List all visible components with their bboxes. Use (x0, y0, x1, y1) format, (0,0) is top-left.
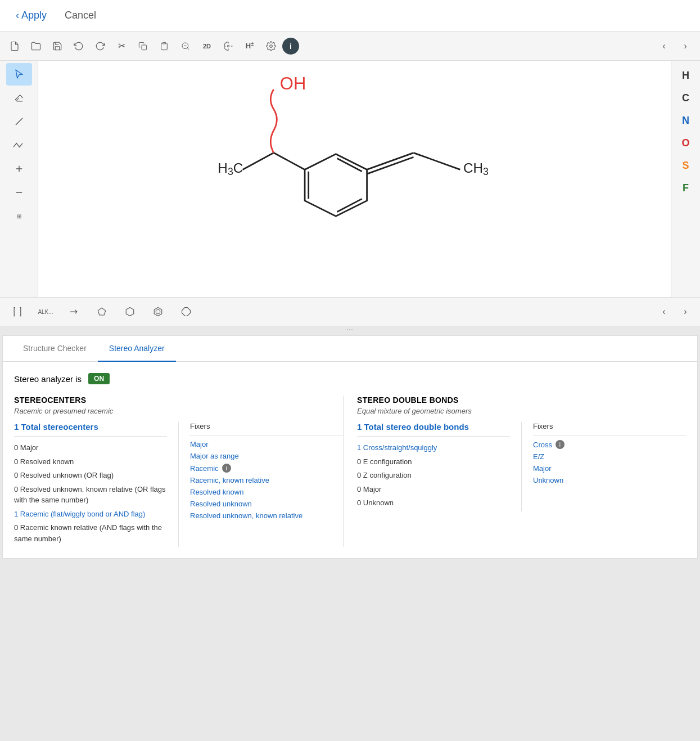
svg-line-19 (367, 153, 414, 170)
benzene-tool[interactable] (145, 300, 171, 323)
element-N-button[interactable]: N (675, 110, 697, 131)
undo-button[interactable] (69, 36, 89, 56)
select-tool[interactable] (6, 63, 32, 86)
fixer-ez[interactable]: E/Z (533, 452, 686, 461)
nav-left-button[interactable]: ‹ (654, 36, 674, 56)
minus-tool[interactable] (6, 181, 32, 204)
tab-stereo-analyzer[interactable]: Stereo Analyzer (98, 336, 176, 362)
total-stereo-double-bonds[interactable]: 1 Total stereo double bonds (357, 422, 510, 437)
fixer-racemic-known-relative[interactable]: Racemic, known relative (190, 476, 343, 484)
svg-text:OH: OH (280, 74, 306, 93)
svg-marker-25 (154, 308, 162, 316)
arrow-tool[interactable] (61, 300, 87, 323)
stereo-double-bonds-title: STEREO DOUBLE BONDS (357, 396, 686, 405)
pentagon-tool[interactable] (89, 300, 115, 323)
element-O-button[interactable]: O (675, 133, 697, 153)
svg-text:H3C: H3C (218, 160, 243, 177)
stat-major-db: 0 Major (357, 484, 510, 495)
stereo-double-bonds-fixers-label: Fixers (533, 422, 686, 435)
bottom-tools: ALK... ‹ › (0, 297, 700, 326)
apply-button[interactable]: ‹ Apply (7, 5, 56, 26)
bond-tool[interactable] (6, 110, 32, 133)
fixer-major-as-range[interactable]: Major as range (190, 452, 343, 460)
cancel-button[interactable]: Cancel (56, 5, 105, 26)
svg-point-6 (270, 44, 273, 47)
fixer-resolved-known[interactable]: Resolved known (190, 488, 343, 496)
bottom-nav-right[interactable]: › (675, 302, 696, 322)
hydrogen-button[interactable]: H± (240, 36, 260, 56)
left-tools: ⊞ (0, 61, 38, 297)
canvas-area[interactable]: H3C OH CH3 (38, 61, 671, 297)
right-element-panel: H C N O S F (671, 61, 700, 297)
copy-button[interactable] (133, 36, 153, 56)
cancel-label: Cancel (65, 10, 96, 21)
2d-button[interactable]: 2D (197, 36, 217, 56)
fixer-cross[interactable]: Cross i (533, 440, 686, 449)
redo-button[interactable] (90, 36, 110, 56)
bracket-tool[interactable] (4, 300, 30, 323)
stereo-toggle[interactable]: ON (88, 373, 110, 384)
new-file-button[interactable] (4, 36, 25, 56)
stereo-header: Stereo analyzer is ON (14, 373, 686, 384)
paste-button[interactable] (154, 36, 174, 56)
total-stereocenters[interactable]: 1 Total stereocenters (14, 422, 167, 437)
stat-e-config: 0 E configuration (357, 456, 510, 468)
chain-tool[interactable] (6, 134, 32, 156)
svg-line-20 (367, 157, 414, 174)
stereo-double-bonds-fixers: Fixers Cross i E/Z Major Unknown (522, 422, 686, 511)
element-F-button[interactable]: F (675, 178, 697, 198)
save-file-button[interactable] (47, 36, 67, 56)
stat-resolved-known: 0 Resolved known (14, 456, 167, 468)
fixer-resolved-unknown-known-relative[interactable]: Resolved unknown, known relative (190, 511, 343, 520)
svg-line-15 (274, 153, 305, 170)
hexagon-tool[interactable] (117, 300, 143, 323)
fixer-major-db[interactable]: Major (533, 464, 686, 473)
fixer-unknown[interactable]: Unknown (533, 476, 686, 484)
query-button[interactable] (218, 36, 238, 56)
svg-line-7 (16, 118, 22, 125)
stat-cross-squiggly: 1 Cross/straight/squiggly (357, 442, 510, 453)
resize-handle[interactable]: ⋯ (0, 326, 700, 333)
fixer-major[interactable]: Major (190, 440, 343, 448)
element-H-button[interactable]: H (675, 65, 697, 86)
info-button[interactable]: i (282, 38, 299, 55)
stereocenters-fixers: Fixers Major Major as range Racemic i Ra… (179, 422, 343, 547)
fixer-racemic[interactable]: Racemic i (190, 464, 343, 473)
chevron-left-icon: ‹ (16, 10, 19, 21)
svg-point-5 (228, 45, 229, 47)
element-C-button[interactable]: C (675, 88, 697, 108)
svg-marker-11 (305, 154, 367, 217)
cross-info-icon[interactable]: i (556, 440, 564, 449)
element-S-button[interactable]: S (675, 155, 697, 176)
fixer-resolved-unknown[interactable]: Resolved unknown (190, 500, 343, 508)
stereo-double-bonds-stats: 1 Total stereo double bonds 1 Cross/stra… (357, 422, 522, 511)
template-tool[interactable]: ⊞ (6, 205, 32, 227)
tab-bar: Structure Checker Stereo Analyzer (3, 336, 697, 362)
tab-structure-checker[interactable]: Structure Checker (12, 336, 98, 362)
plus-tool[interactable] (6, 158, 32, 180)
stereo-double-bonds-stats-fixers: 1 Total stereo double bonds 1 Cross/stra… (357, 422, 686, 511)
bottom-tools-nav: ‹ › (654, 302, 696, 322)
stat-racemic-known: 0 Racemic known relative (AND flags with… (14, 522, 167, 544)
resize-icon: ⋯ (346, 326, 354, 334)
svg-point-26 (156, 309, 160, 314)
stereocenters-section: STEREOCENTERS Racemic or presumed racemi… (14, 396, 344, 547)
erase-tool[interactable] (6, 87, 32, 109)
editor-container: ⊞ H3C OH CH3 H (0, 61, 700, 297)
stereocenters-fixers-label: Fixers (190, 422, 343, 435)
bottom-nav-left[interactable]: ‹ (654, 302, 674, 322)
nav-right-button[interactable]: › (675, 36, 696, 56)
alkyl-tool[interactable]: ALK... (33, 300, 58, 323)
top-bar: ‹ Apply Cancel (0, 0, 700, 32)
settings-button[interactable] (261, 36, 281, 56)
stat-z-config: 0 Z configuration (357, 470, 510, 481)
racemic-info-icon[interactable]: i (222, 464, 231, 473)
toolbar-nav: ‹ › (654, 36, 696, 56)
panel-two-sections: STEREOCENTERS Racemic or presumed racemi… (14, 396, 686, 547)
svg-rect-0 (142, 45, 147, 50)
search-button[interactable] (175, 36, 196, 56)
stat-resolved-unknown-known: 0 Resolved unknown, known relative (OR f… (14, 484, 167, 506)
octagon-tool[interactable] (173, 300, 199, 323)
cut-button[interactable]: ✂ (111, 36, 132, 56)
open-file-button[interactable] (26, 36, 46, 56)
